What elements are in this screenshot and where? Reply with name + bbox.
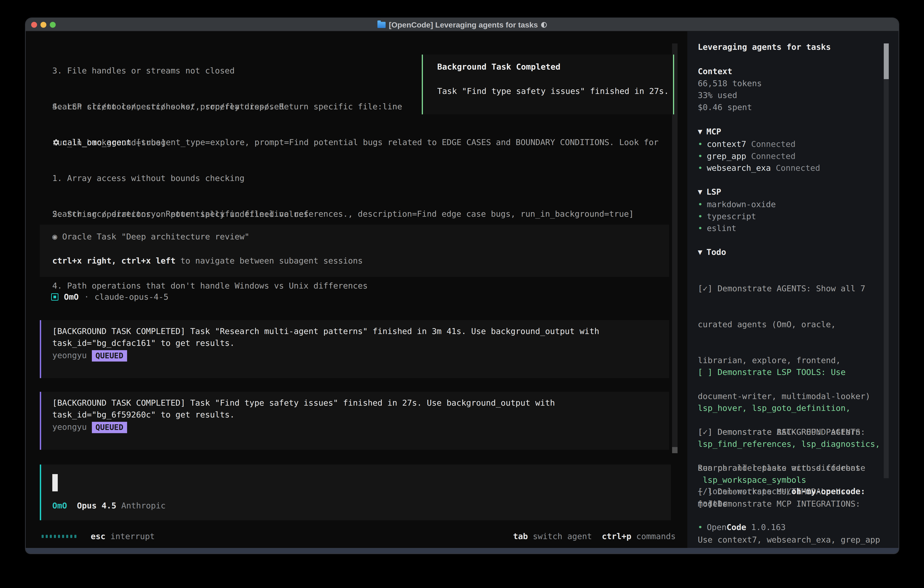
mcp-status: Connected [751,152,795,161]
task-message-box: [BACKGROUND TASK COMPLETED] Task "Resear… [40,320,669,378]
oracle-task-title: ◉ Oracle Task "Deep architecture review" [52,232,249,241]
tool-args: [subagent_type=explore, prompt=Find pote… [131,137,658,147]
session-sidebar: Leveraging agents for tasks Context 66,5… [687,31,899,548]
agent-model: claude-opus-4-5 [94,292,168,302]
task-message-line: task_id="bg_dcfac161" to get results. [52,339,234,348]
oracle-task-box: ◉ Oracle Task "Deep architecture review"… [40,225,669,277]
agent-header: OmO · claude-opus-4-5 [51,292,168,302]
session-title: Leveraging agents for tasks [698,41,831,53]
lsp-section-header[interactable]: ▼LSP [698,186,721,198]
titlebar: [OpenCode] Leveraging agents for tasks [26,18,899,31]
agent-name: OmO [64,292,79,302]
sidebar-scrollbar-thumb[interactable] [884,43,889,79]
task-message-footer: yeongyuQUEUED [52,350,127,362]
status-dot-icon: • [698,522,703,532]
mcp-item: •context7 Connected [698,138,795,150]
todo-line: [ ] Demonstrate AST-GREP: Pattern [698,426,880,438]
output-line: 3. File handles or streams not closed [52,65,284,77]
lsp-item: •eslint [698,222,736,235]
lsp-item: •typescript [698,211,756,223]
tool-call-line: call_omo_agent [subagent_type=explore, p… [52,136,659,149]
status-dot-icon: • [698,200,703,209]
git-branch: master [698,497,727,510]
status-dot-icon: • [698,139,703,149]
notification-title: Background Task Completed [437,62,561,71]
output-line: Search src/tools/, src/hooks/, src/featu… [52,101,402,113]
oracle-task-hint: ctrl+x right, ctrl+x left to navigate be… [52,256,363,265]
task-author: yeongyu [52,351,87,360]
background-task-notification: Background Task Completed Task "Find typ… [422,55,674,114]
context-spent: $0.46 spent [698,101,752,114]
repo-name: oh-my-opencode: [792,487,865,496]
opencode-window: [OpenCode] Leveraging agents for tasks 3… [25,18,899,554]
fisheye-icon: ◉ [52,232,57,241]
output-line: Search src/ directory. Return specific f… [52,208,634,220]
task-message-line: [BACKGROUND TASK COMPLETED] Task "Find t… [52,398,555,408]
context-tokens: 66,518 tokens [698,78,762,89]
esc-key-hint: esc [91,532,106,541]
task-message-box: [BACKGROUND TASK COMPLETED] Task "Find t… [40,392,669,450]
lsp-item: •markdown-oxide [698,198,776,211]
queued-badge: QUEUED [92,422,127,433]
todo-line: [ ] Demonstrate LSP TOOLS: Use [698,366,880,378]
chevron-down-icon: ▼ [698,186,702,198]
status-dot-icon: • [698,212,703,221]
input-agent-name: OmO [52,501,67,510]
todo-line: curated agents (OmO, oracle, [698,319,870,330]
tool-arg-item: 1. Array access without bounds checking [52,172,659,184]
prompt-input[interactable]: OmO Opus 4.5 Anthropic [40,464,671,520]
agent-icon [51,293,58,301]
task-author: yeongyu [52,422,87,431]
statusbar-right: tab switch agent ctrl+p commands [513,530,676,542]
status-dot-icon: • [698,223,703,233]
status-dot-icon: • [698,152,703,161]
tool-arg-item: 4. Path operations that don't handle Win… [52,280,659,292]
context-used: 33% used [698,89,737,101]
todo-line: [✓] Demonstrate AGENTS: Show all 7 [698,282,870,295]
context-heading: Context [698,66,733,78]
mcp-status: Connected [751,139,795,149]
half-circle-icon [541,22,547,28]
sidebar-scrollbar[interactable] [884,43,889,478]
app-version: •OpenCode 1.0.163 [698,521,785,533]
esc-key-label: interrupt [106,532,155,541]
input-model-name[interactable]: Opus 4.5 [77,501,116,510]
tab-key-hint: tab [513,532,528,541]
task-message-line: task_id="bg_6f59260c" to get results. [52,410,234,419]
window-title-text: [OpenCode] Leveraging agents for tasks [389,20,538,29]
statusbar-left: esc interrupt [91,530,155,542]
chevron-down-icon: ▼ [698,126,702,138]
notification-body: Task "Find type safety issues" finished … [437,86,669,96]
workspace-path: ~/local-workspaces/oh-my-opencode: [698,486,865,497]
status-dot-icon: • [698,163,703,173]
agent-separator: · [84,292,89,302]
mcp-section-header[interactable]: ▼MCP [698,126,721,138]
text-cursor [52,474,58,491]
gear-icon [52,137,62,147]
mcp-status: Connected [776,163,820,173]
input-footer: OmO Opus 4.5 Anthropic [52,501,166,510]
task-message-line: [BACKGROUND TASK COMPLETED] Task "Resear… [52,327,599,336]
todo-line: Use context7, websearch_exa, grep_app [698,534,880,546]
queued-badge: QUEUED [92,350,127,362]
window-bottom-edge [26,548,899,553]
chevron-down-icon: ▼ [698,246,702,258]
mcp-item: •websearch_exa Connected [698,162,820,174]
folder-icon [378,22,386,28]
input-provider-name: Anthropic [121,501,165,510]
activity-dots [41,535,76,538]
task-message-footer: yeongyuQUEUED [52,422,127,433]
mcp-item: •grep_app Connected [698,150,795,162]
transcript-scrollbar-thumb[interactable] [672,447,678,453]
hint-rest: to navigate between subagent sessions [175,256,363,265]
todo-section-header[interactable]: ▼Todo [698,246,726,258]
ctrlp-key-hint: ctrl+p [602,532,631,541]
window-title: [OpenCode] Leveraging agents for tasks [26,18,899,31]
tool-name: call_omo_agent [62,137,131,147]
tab-key-label: switch agent [528,532,592,541]
ctrlp-key-label: commands [631,532,676,541]
hint-keys: ctrl+x right, ctrl+x left [52,256,175,265]
